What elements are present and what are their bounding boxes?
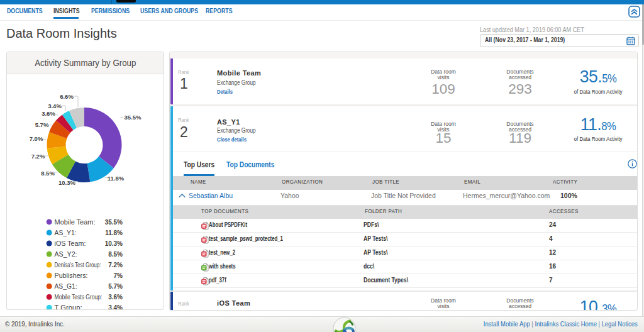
svg-text:3.6%: 3.6%: [108, 294, 123, 301]
svg-text:AS_Y2:: AS_Y2:: [55, 251, 77, 258]
svg-text:11.8%: 11.8%: [108, 175, 125, 182]
svg-text:Mobile Team:: Mobile Team:: [55, 219, 96, 226]
svg-text:AS_Y1:: AS_Y1:: [55, 230, 77, 236]
svg-text:T Group:: T Group:: [55, 304, 82, 309]
svg-text:Mobile Tests Group:: Mobile Tests Group:: [55, 294, 103, 301]
svg-text:8.5%: 8.5%: [108, 251, 123, 258]
svg-text:7%: 7%: [114, 272, 123, 279]
svg-text:5.7%: 5.7%: [35, 121, 49, 128]
svg-text:3.6%: 3.6%: [42, 110, 55, 117]
svg-text:iOS Team:: iOS Team:: [55, 240, 86, 247]
svg-text:AS_G1:: AS_G1:: [55, 283, 77, 290]
svg-text:35.5%: 35.5%: [105, 219, 123, 226]
svg-text:10.3%: 10.3%: [58, 179, 75, 186]
svg-text:10.3%: 10.3%: [105, 240, 123, 247]
svg-text:8.5%: 8.5%: [41, 170, 55, 177]
svg-text:7.2%: 7.2%: [31, 153, 45, 160]
svg-text:3.4%: 3.4%: [48, 102, 62, 109]
svg-text:11.8%: 11.8%: [105, 230, 123, 236]
svg-text:5.7%: 5.7%: [108, 283, 123, 290]
svg-text:Publishers:: Publishers:: [55, 272, 88, 279]
svg-text:6.6%: 6.6%: [60, 93, 74, 100]
svg-text:Denisa's Test Group:: Denisa's Test Group:: [55, 262, 101, 268]
svg-text:35.5%: 35.5%: [125, 114, 142, 121]
svg-text:7.0%: 7.0%: [30, 135, 43, 142]
svg-text:7.2%: 7.2%: [108, 262, 123, 268]
svg-text:3.4%: 3.4%: [108, 304, 123, 309]
